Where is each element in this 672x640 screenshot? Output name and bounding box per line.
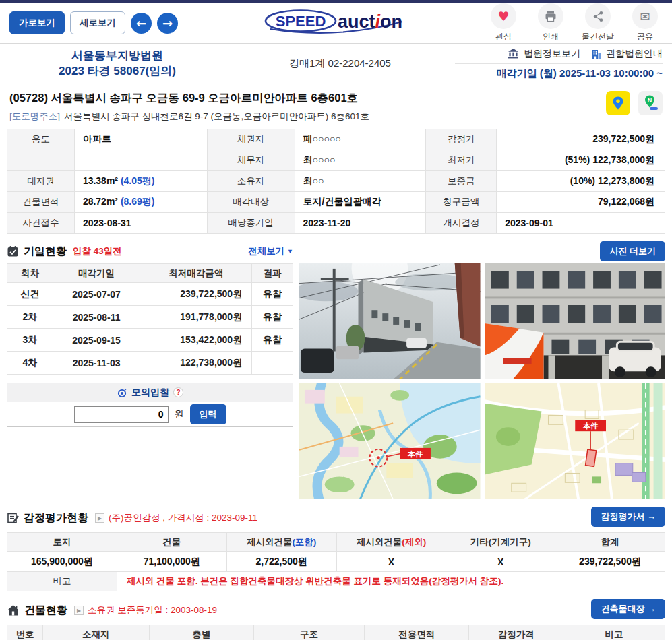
send-item-label: 물건전달 <box>582 31 614 42</box>
usage-label: 용도 <box>7 129 75 150</box>
naver-pin-icon: N <box>642 95 659 111</box>
expand-icon[interactable]: ▶ <box>74 606 84 615</box>
bid-countdown: 입찰 43일전 <box>73 245 122 257</box>
appraisal-header: 감정평가현황 ▶ (주)공인감정 , 가격시점 : 2023-09-11 감정평… <box>7 508 665 528</box>
col-extra-excluded: 제시외건물(제외) <box>336 533 446 552</box>
currency-unit: 원 <box>175 408 184 420</box>
court-guide-link[interactable]: 관할법원안내 <box>606 48 663 60</box>
road-address-tag: [도로명주소] <box>9 111 60 121</box>
bank-icon <box>508 49 519 59</box>
more-photos-button[interactable]: 사진 더보기 <box>600 241 665 261</box>
col-price: 최저매각금액 <box>140 264 252 283</box>
cadastral-map[interactable]: 本件 <box>485 383 666 499</box>
col-note: 비고 <box>563 625 665 640</box>
col-result: 결과 <box>252 264 293 283</box>
prev-item-button[interactable]: ← <box>131 13 152 34</box>
naver-map-button[interactable]: N <box>638 91 663 115</box>
sale-date-line: 매각기일 (월) 2025-11-03 10:00:00 ~ <box>455 64 663 84</box>
share-button[interactable]: ✉ 공유 <box>628 3 663 42</box>
deposit-value: (10%) 12,273,800원 <box>497 171 665 192</box>
target-icon <box>117 387 127 398</box>
view-horizontal-button[interactable]: 가로보기 <box>9 11 65 34</box>
middle-section: 기일현황 입찰 43일전 전체보기 ▼ 회차 매각기일 최저매각금액 결과 신건… <box>7 241 665 499</box>
schedule-row: 3차 2025-09-15 153,422,000원 유찰 <box>7 329 293 352</box>
usage-value: 아파트 <box>74 129 207 150</box>
property-address: (05728) 서울특별시 송파구 오금동 69-9 오금아르미안아파트 6층6… <box>9 91 369 106</box>
help-icon[interactable]: ? <box>173 387 183 397</box>
chevron-down-icon: ▼ <box>287 248 293 255</box>
memo-icon <box>7 512 19 524</box>
col-building: 건물 <box>117 533 226 552</box>
claim-value: 79,122,068원 <box>497 192 665 213</box>
print-button[interactable]: 인쇄 <box>533 3 568 42</box>
filed-value: 2023-08-31 <box>74 213 207 234</box>
empty-value <box>74 150 207 171</box>
mock-bid-box: 모의입찰 ? 원 입력 <box>7 383 293 427</box>
min-price-label: 최저가 <box>426 150 497 171</box>
area-map[interactable]: 本件 <box>299 383 481 499</box>
case-bar: 서울동부지방법원 2023 타경 58067(임의) 경매1계 02-2204-… <box>0 44 672 84</box>
col-land: 토지 <box>7 533 117 552</box>
address-text-block: (05728) 서울특별시 송파구 오금동 69-9 오금아르미안아파트 6층6… <box>9 91 369 123</box>
appraisal-section: 감정평가현황 ▶ (주)공인감정 , 가격시점 : 2023-09-11 감정평… <box>7 508 665 591</box>
printer-icon <box>544 9 557 23</box>
logo-speed-text: SPEED <box>275 13 326 30</box>
appraisal-values-row: 165,900,000원 71,100,000원 2,722,500원 X X … <box>7 552 665 572</box>
view-vertical-button[interactable]: 세로보기 <box>70 11 125 34</box>
building-status-subtitle: 소유권 보존등기일 : 2003-08-19 <box>88 604 217 616</box>
building-status-header: 건물현황 ▶ 소유권 보존등기일 : 2003-08-19 건축물대장 → <box>7 600 665 620</box>
send-item-button[interactable]: 물건전달 <box>580 3 615 42</box>
house-icon <box>7 604 20 616</box>
claim-label: 청구금액 <box>426 192 497 213</box>
mock-bid-input[interactable] <box>74 406 169 423</box>
speed-auction-logo[interactable]: SPEED auction <box>264 8 409 38</box>
calendar-icon <box>7 245 19 257</box>
min-price-value: (51%) 122,738,000원 <box>497 150 665 171</box>
building-area-label: 건물면적 <box>7 192 75 213</box>
court-name: 서울동부지방법원 <box>71 49 163 63</box>
favorite-button[interactable]: ♥ 관심 <box>486 3 521 42</box>
kakao-map-button[interactable] <box>606 91 630 115</box>
mock-bid-body: 원 입력 <box>7 402 293 426</box>
case-number: 2023 타경 58067(임의) <box>59 64 176 79</box>
building-table: 번호 소재지 층별 구조 전용면적 감정가격 비고 1 오금동 69-9 6층6… <box>7 625 665 640</box>
appraisal-report-button[interactable]: 감정평가서 → <box>591 507 665 527</box>
map-annotation: 本件 <box>582 422 599 430</box>
property-photo-facade[interactable] <box>485 263 666 379</box>
logo-graphic: SPEED auction <box>264 8 409 35</box>
col-area: 전용면적 <box>365 625 469 640</box>
schedule-column: 기일현황 입찰 43일전 전체보기 ▼ 회차 매각기일 최저매각금액 결과 신건… <box>7 241 293 499</box>
case-bar-right: 법원정보보기 관할법원안내 매각기일 (월) 2025-11-03 10:00:… <box>455 44 663 84</box>
deposit-label: 보증금 <box>426 171 497 192</box>
col-etc: 기타(기계기구) <box>446 533 555 552</box>
expand-icon[interactable]: ▶ <box>95 513 104 523</box>
dividend-value: 2023-11-20 <box>295 213 426 234</box>
court-building-icon <box>590 49 601 59</box>
schedule-row: 4차 2025-11-03 122,738,000원 <box>7 352 293 375</box>
map-pin-icon <box>611 95 625 111</box>
map-annotation: 本件 <box>407 450 423 458</box>
view-all-dropdown[interactable]: 전체보기 ▼ <box>248 245 293 257</box>
schedule-row: 2차 2025-08-11 191,778,000원 유찰 <box>7 306 293 329</box>
owner-value: 최○○ <box>295 171 426 192</box>
next-item-button[interactable]: → <box>157 13 178 34</box>
owner-label: 소유자 <box>207 171 295 192</box>
building-ledger-button[interactable]: 건축물대장 → <box>591 599 665 619</box>
filed-label: 사건접수 <box>7 213 75 234</box>
envelope-icon: ✉ <box>640 9 650 24</box>
photo-grid: 本件 <box>299 263 665 499</box>
case-summary-table: 용도 아파트 채권자 페○○○○○ 감정가 239,722,500원 채무자 최… <box>7 129 665 234</box>
appraisal-label: 감정가 <box>426 129 497 150</box>
appraisal-title: 감정평가현황 <box>24 511 88 525</box>
property-photo-street[interactable] <box>299 263 481 379</box>
court-info-link[interactable]: 법원정보보기 <box>524 48 580 60</box>
sale-date-label: 매각기일 <box>497 67 537 80</box>
col-round: 회차 <box>7 264 53 283</box>
sale-target-value: 토지/건물일괄매각 <box>295 192 426 213</box>
schedule-row: 신건 2025-07-07 239,722,500원 유찰 <box>7 283 293 306</box>
mock-bid-header: 모의입찰 ? <box>7 383 293 402</box>
schedule-title: 기일현황 <box>24 245 67 259</box>
building-status-section: 건물현황 ▶ 소유권 보존등기일 : 2003-08-19 건축물대장 → 번호… <box>7 600 665 640</box>
mock-bid-submit-button[interactable]: 입력 <box>190 404 226 424</box>
col-extra-included: 제시외건물(포함) <box>226 533 336 552</box>
